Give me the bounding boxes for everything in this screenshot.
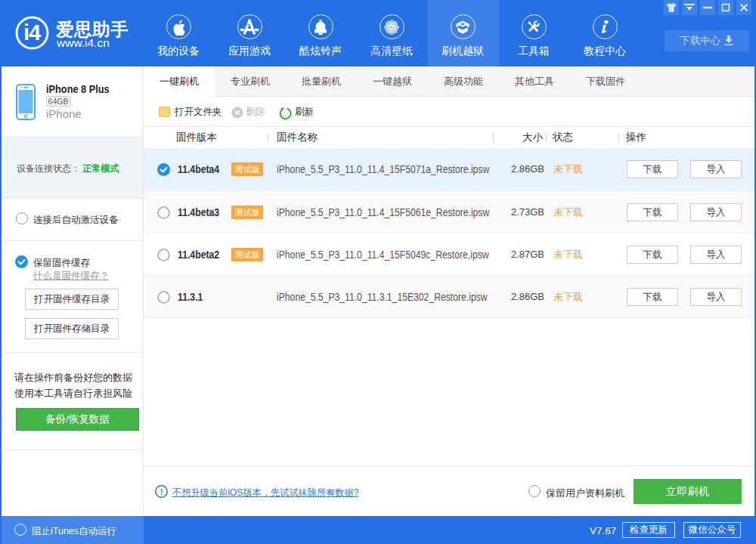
svg-text:i4: i4 bbox=[23, 20, 41, 45]
svg-text:!: ! bbox=[160, 487, 163, 496]
